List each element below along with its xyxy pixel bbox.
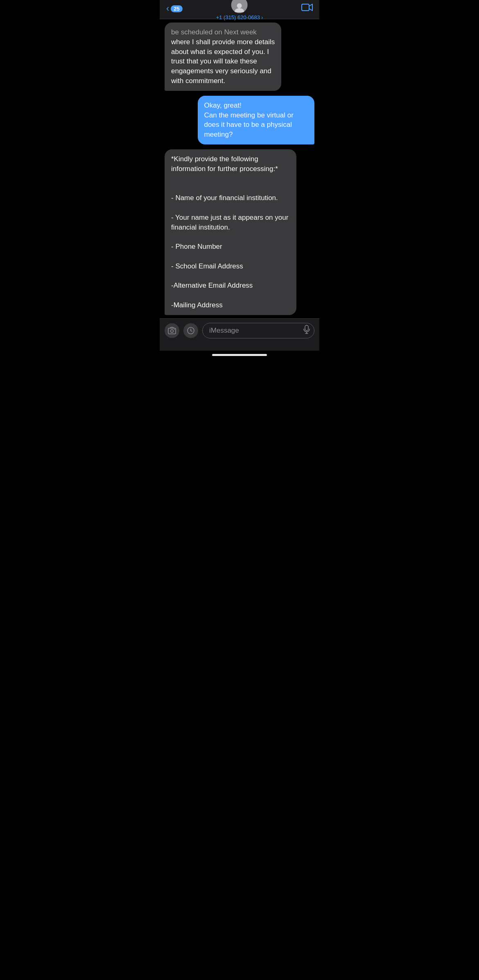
message-text-2: Okay, great!Can the meeting be virtual o… — [204, 101, 294, 138]
svg-rect-1 — [302, 4, 309, 11]
message-bubble-sent-2: Okay, great!Can the meeting be virtual o… — [198, 96, 314, 144]
nav-header: ‹ 25 +1 (315) 620-0683 › — [160, 0, 319, 19]
message-input-wrapper[interactable]: iMessage — [202, 323, 314, 338]
mic-icon — [303, 325, 310, 336]
home-indicator — [160, 351, 319, 358]
message-text-3: *Kindly provide the following informatio… — [171, 155, 288, 309]
svg-point-3 — [171, 329, 174, 332]
contact-phone[interactable]: +1 (315) 620-0683 › — [216, 14, 263, 20]
message-bubble-received-3: *Kindly provide the following informatio… — [165, 149, 296, 315]
input-placeholder: iMessage — [209, 327, 298, 335]
svg-point-0 — [237, 3, 242, 8]
back-badge: 25 — [171, 5, 182, 12]
message-bubble-received-1: be scheduled on Next week where I shall … — [165, 23, 281, 91]
chevron-right-icon: › — [261, 14, 263, 20]
chevron-left-icon: ‹ — [166, 3, 169, 14]
video-call-button[interactable] — [301, 3, 313, 14]
contact-info-center[interactable]: +1 (315) 620-0683 › — [216, 0, 263, 20]
input-bar: iMessage — [160, 318, 319, 351]
camera-button[interactable] — [165, 323, 179, 338]
message-input[interactable]: iMessage — [202, 323, 314, 338]
apps-button[interactable] — [183, 323, 198, 338]
home-bar — [212, 354, 267, 356]
avatar-person-icon — [231, 0, 248, 13]
avatar — [231, 0, 248, 13]
messages-area: be scheduled on Next week where I shall … — [160, 19, 319, 318]
svg-rect-5 — [305, 325, 308, 331]
phone-number-text: +1 (315) 620-0683 — [216, 14, 260, 20]
svg-point-4 — [174, 329, 175, 330]
back-button[interactable]: ‹ 25 — [166, 3, 183, 14]
message-text-1: be scheduled on Next week — [171, 28, 257, 36]
message-text-1b: where I shall provide more details about… — [171, 38, 275, 85]
